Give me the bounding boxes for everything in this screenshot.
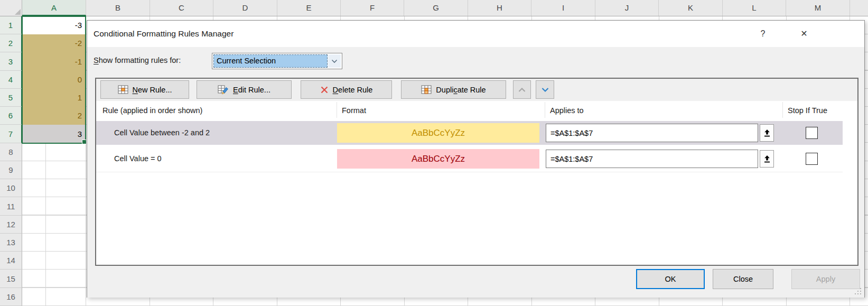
show-rules-accesskey: S xyxy=(94,56,99,64)
collapse-dialog-range-picker-button[interactable] xyxy=(760,150,774,168)
header-stop-if-true: Stop If True xyxy=(788,101,827,120)
ok-button[interactable]: OK xyxy=(636,269,705,289)
applies-to-input[interactable] xyxy=(546,124,758,142)
column-header-f[interactable]: F xyxy=(341,0,404,16)
dialog-footer: OK Close Apply xyxy=(87,266,864,298)
delete-rule-button[interactable]: Delete Rule xyxy=(301,80,392,99)
applies-to-input[interactable] xyxy=(546,150,758,168)
new-rule-button[interactable]: New Rule... xyxy=(100,80,189,99)
duplicate-rule-button[interactable]: Duplicate Rule xyxy=(401,80,506,99)
chevron-up-icon xyxy=(518,87,526,92)
stop-if-true-checkbox[interactable] xyxy=(806,127,818,139)
column-header-j[interactable]: J xyxy=(595,0,659,16)
row-header-12[interactable]: 12 xyxy=(0,216,22,234)
cell-a5[interactable]: 1 xyxy=(22,89,86,107)
column-header-b[interactable]: B xyxy=(86,0,150,16)
cell-a3[interactable]: -1 xyxy=(22,52,86,71)
show-rules-label-rest: how formatting rules for: xyxy=(99,56,181,64)
cell-a7[interactable]: 3 xyxy=(22,125,86,143)
dropdown-arrow-button[interactable] xyxy=(328,54,341,68)
row-header-1[interactable]: 1 xyxy=(0,16,22,34)
show-rules-dropdown-value: Current Selection xyxy=(213,54,328,68)
column-header-a[interactable]: A xyxy=(22,0,86,16)
column-header-l[interactable]: L xyxy=(723,0,786,16)
cell-a4[interactable]: 0 xyxy=(22,71,86,89)
row-header-13[interactable]: 13 xyxy=(0,234,22,252)
row-header-14[interactable]: 14 xyxy=(0,252,22,270)
cell-a2[interactable]: -2 xyxy=(22,34,86,52)
row-header-11[interactable]: 11 xyxy=(0,197,22,216)
row-header-2[interactable]: 2 xyxy=(0,34,22,52)
header-format: Format xyxy=(342,101,366,120)
apply-button[interactable]: Apply xyxy=(791,269,860,289)
column-header-i[interactable]: I xyxy=(531,0,595,16)
rules-toolbar: New Rule... Edit Rule... Delete Rule xyxy=(96,79,857,101)
column-header-m[interactable]: M xyxy=(786,0,850,16)
close-icon[interactable]: ✕ xyxy=(792,26,816,42)
stop-if-true-checkbox[interactable] xyxy=(806,153,818,165)
column-header-k[interactable]: K xyxy=(659,0,723,16)
column-header-c[interactable]: C xyxy=(150,0,213,16)
delete-x-icon xyxy=(320,86,329,94)
move-rule-down-button[interactable] xyxy=(536,80,554,99)
rule-name: Cell Value between -2 and 2 xyxy=(114,121,210,145)
row-header-16[interactable]: 16 xyxy=(0,288,22,306)
show-rules-label: Show formatting rules for: xyxy=(94,51,181,69)
duplicate-rule-label: Duplicate Rule xyxy=(436,86,486,94)
column-header-g[interactable]: G xyxy=(404,0,468,16)
header-applies-to: Applies to xyxy=(550,101,584,120)
resize-grip[interactable] xyxy=(855,288,862,295)
new-rule-label: New Rule... xyxy=(133,86,172,94)
close-button[interactable]: Close xyxy=(713,269,773,289)
row-header-4[interactable]: 4 xyxy=(0,71,22,89)
row-divider xyxy=(96,172,843,172)
column-divider xyxy=(782,102,783,118)
column-divider xyxy=(545,102,545,118)
format-preview: AaBbCcYyZz xyxy=(337,149,539,169)
column-header-d[interactable]: D xyxy=(213,0,277,16)
chevron-down-icon xyxy=(541,87,549,92)
select-all-corner[interactable] xyxy=(0,0,22,16)
column-header-e[interactable]: E xyxy=(277,0,341,16)
dialog-title: Conditional Formatting Rules Manager xyxy=(94,21,234,47)
chevron-down-icon xyxy=(331,59,338,63)
column-divider xyxy=(337,102,337,118)
move-rule-up-button[interactable] xyxy=(513,80,531,99)
edit-rule-pencil-icon xyxy=(218,85,229,95)
cell-a1[interactable]: -3 xyxy=(22,16,86,34)
cell-a6[interactable]: 2 xyxy=(22,107,86,125)
column-header-h[interactable]: H xyxy=(468,0,531,16)
row-header-8[interactable]: 8 xyxy=(0,143,22,161)
row-header-15[interactable]: 15 xyxy=(0,270,22,288)
row-header-5[interactable]: 5 xyxy=(0,89,22,107)
collapse-arrow-icon xyxy=(763,155,771,163)
row-header-9[interactable]: 9 xyxy=(0,161,22,179)
new-rule-table-icon xyxy=(118,85,128,95)
rules-list-frame: New Rule... Edit Rule... Delete Rule xyxy=(95,78,858,266)
row-header-10[interactable]: 10 xyxy=(0,179,22,197)
show-rules-dropdown[interactable]: Current Selection xyxy=(212,53,342,69)
collapse-dialog-range-picker-button[interactable] xyxy=(760,124,774,142)
header-rule: Rule (applied in order shown) xyxy=(102,101,202,120)
delete-rule-label: Delete Rule xyxy=(333,86,373,94)
collapse-arrow-icon xyxy=(763,129,771,137)
conditional-formatting-rules-manager-dialog: Conditional Formatting Rules Manager ? ✕… xyxy=(87,20,865,298)
help-button[interactable]: ? xyxy=(754,26,772,42)
format-preview: AaBbCcYyZz xyxy=(337,123,539,143)
edit-rule-label: Edit Rule... xyxy=(233,86,270,94)
rule-row-1[interactable]: Cell Value between -2 and 2 AaBbCcYyZz xyxy=(96,121,843,145)
rule-name: Cell Value = 0 xyxy=(114,147,162,171)
fill-handle[interactable] xyxy=(82,140,87,144)
edit-rule-button[interactable]: Edit Rule... xyxy=(197,80,292,99)
row-header-6[interactable]: 6 xyxy=(0,107,22,125)
dialog-titlebar[interactable]: Conditional Formatting Rules Manager ? ✕ xyxy=(87,21,864,47)
duplicate-rule-table-icon xyxy=(421,85,432,95)
column-header-strip: A B C D E F G H I J K L M xyxy=(0,0,868,16)
select-all-triangle-icon xyxy=(15,9,21,15)
row-header-7[interactable]: 7 xyxy=(0,125,22,143)
rule-row-2[interactable]: Cell Value = 0 AaBbCcYyZz xyxy=(96,147,843,171)
row-header-3[interactable]: 3 xyxy=(0,52,22,71)
rules-list-header: Rule (applied in order shown) Format App… xyxy=(96,101,857,120)
